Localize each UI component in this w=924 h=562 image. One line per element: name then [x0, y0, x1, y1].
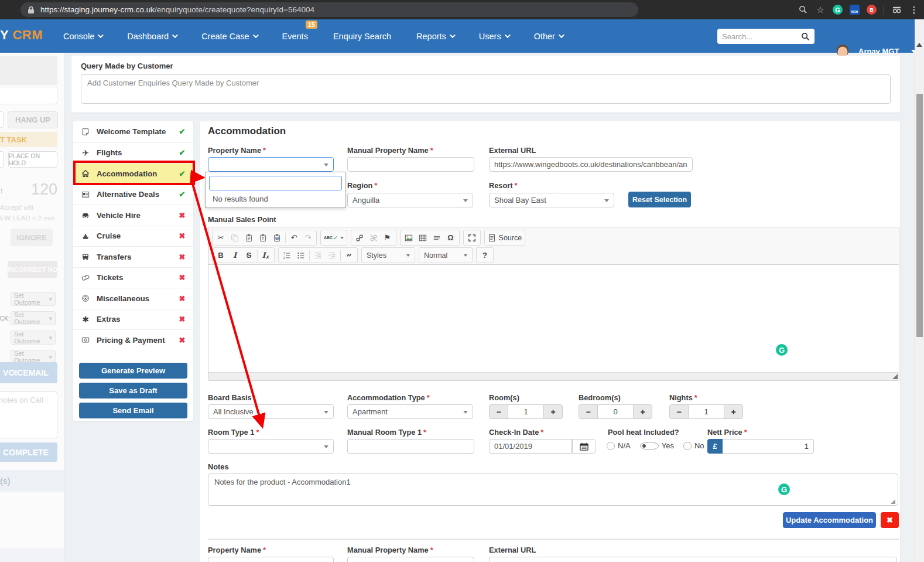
voicemail-button[interactable]: VOICEMAIL [0, 362, 57, 383]
maximize-icon[interactable] [465, 231, 479, 244]
ol-icon[interactable]: 12 [280, 248, 294, 262]
complete-button[interactable]: COMPLETE [0, 442, 57, 462]
outdent-icon[interactable] [311, 248, 325, 262]
unlink-icon[interactable] [367, 231, 381, 244]
global-search-input[interactable] [722, 32, 801, 41]
nav-item-enquiry-search[interactable]: Enquiry Search [333, 32, 391, 41]
place-on-hold-button[interactable]: PLACE ON HOLD [8, 151, 57, 168]
manual-room-type-input[interactable] [347, 439, 474, 454]
red-extension-icon[interactable]: B [867, 5, 877, 15]
incorrect-number-button[interactable]: INCORRECT NO [8, 261, 57, 278]
paste-word-icon[interactable]: W [270, 231, 284, 244]
app-logo[interactable]: Y CRM [0, 28, 43, 43]
set-outcome-select[interactable]: Set Outcome▾ [11, 331, 56, 345]
source-button[interactable]: Source [486, 231, 524, 244]
new-extension-icon[interactable]: NEW [850, 5, 860, 15]
minus-icon[interactable]: − [669, 404, 689, 419]
quote-icon[interactable]: ” [342, 248, 356, 262]
styles-select[interactable]: Styles [361, 247, 415, 263]
nav-item-console[interactable]: Console [63, 32, 102, 41]
manual-property-name-input[interactable] [347, 557, 474, 562]
nav-item-dashboard[interactable]: Dashboard [127, 32, 176, 41]
external-url-input[interactable] [489, 557, 897, 562]
zoom-icon[interactable] [798, 5, 808, 15]
undo-icon[interactable]: ↶ [287, 231, 301, 244]
page-scrollbar[interactable] [915, 19, 924, 562]
search-icon[interactable] [801, 32, 810, 41]
section-item-pricing-payment[interactable]: Pricing & Payment✖ [73, 329, 193, 350]
call-panel-field[interactable] [0, 87, 57, 104]
board-basis-select[interactable]: All Inclusive [208, 404, 334, 419]
textarea-resize-handle[interactable] [891, 499, 895, 504]
update-accommodation-button[interactable]: Update Accommodation [783, 512, 876, 528]
room-type-select[interactable] [208, 439, 334, 454]
radio-icon[interactable] [607, 442, 615, 450]
section-item-transfers[interactable]: Transfers✖ [73, 246, 193, 267]
calendar-icon[interactable] [572, 439, 596, 454]
region-select[interactable]: Anguilla [347, 193, 473, 207]
minus-icon[interactable]: − [489, 404, 508, 419]
nett-price-input[interactable] [723, 439, 814, 454]
ul-icon[interactable] [294, 248, 308, 262]
redo-icon[interactable]: ↷ [301, 231, 315, 244]
editor-content[interactable] [208, 265, 899, 373]
bold-icon[interactable]: B [214, 248, 228, 262]
section-item-miscellaneous[interactable]: Miscellaneous✖ [73, 288, 193, 309]
reset-selection-button[interactable]: Reset Selection [628, 192, 691, 207]
save-as-draft-button[interactable]: Save as Draft [79, 383, 187, 398]
query-textarea[interactable] [81, 74, 891, 104]
nav-item-events[interactable]: Events15 [282, 32, 308, 41]
scrollbar-thumb[interactable] [916, 94, 923, 337]
minus-icon[interactable]: − [579, 404, 598, 419]
call-notes-textarea[interactable] [0, 391, 57, 438]
plus-icon[interactable]: + [724, 404, 743, 419]
browser-menu-icon[interactable]: ⋮ [909, 5, 919, 15]
accommodation-type-select[interactable]: Apartment [347, 404, 473, 419]
external-url-input[interactable] [489, 157, 693, 172]
remove-section-button[interactable]: ✖ [881, 512, 899, 528]
plus-icon[interactable]: + [543, 404, 563, 419]
help-button[interactable]: ? [478, 248, 492, 262]
property-search-input[interactable] [209, 176, 342, 190]
bedrooms-value[interactable]: 0 [598, 404, 633, 419]
set-outcome-select[interactable]: Set Outcome▾ [11, 292, 56, 306]
resort-select[interactable]: Shoal Bay East [489, 193, 614, 207]
omega-icon[interactable]: Ω [444, 231, 458, 244]
image-icon[interactable] [402, 231, 416, 244]
property-name-select[interactable] [208, 557, 334, 562]
bookmark-star-icon[interactable]: ☆ [815, 5, 826, 15]
notes-textarea[interactable]: Notes for the product - Accommodation1 [208, 474, 898, 506]
ignore-button[interactable]: IGNORE [11, 229, 53, 246]
paste-icon[interactable] [242, 231, 256, 244]
link-icon[interactable] [353, 231, 367, 244]
spellcheck-icon[interactable]: ABC✓ [322, 231, 345, 244]
send-email-button[interactable]: Send Email [79, 403, 187, 418]
generate-preview-button[interactable]: Generate Preview [79, 363, 187, 379]
grammarly-icon[interactable]: G [778, 483, 790, 495]
indent-icon[interactable] [325, 248, 339, 262]
check-in-date-input[interactable] [489, 439, 572, 454]
paste-text-icon[interactable]: T [256, 231, 270, 244]
address-bar[interactable]: https://staging.journey-crm.co.uk/enquir… [20, 2, 638, 17]
manual-property-name-input[interactable] [347, 157, 474, 172]
copy-icon[interactable] [228, 231, 242, 244]
hline-icon[interactable] [430, 231, 444, 244]
section-item-alternative-deals[interactable]: Alternative Deals✔ [73, 184, 193, 205]
section-item-flights[interactable]: ✈Flights✔ [73, 142, 193, 164]
format-select[interactable]: Normal [419, 247, 473, 263]
section-item-accommodation[interactable]: Accommodation✔ [73, 163, 193, 184]
grammarly-extension-icon[interactable]: G [833, 5, 843, 15]
table-icon[interactable] [416, 231, 430, 244]
section-item-vehicle-hire[interactable]: Vehicle Hire✖ [73, 205, 193, 226]
editor-resize-handle[interactable] [892, 374, 898, 379]
set-outcome-select[interactable]: Set Outcome▾ [11, 311, 56, 325]
grammarly-icon[interactable]: G [776, 344, 788, 356]
cut-icon[interactable]: ✂ [214, 231, 228, 244]
nav-item-users[interactable]: Users [479, 32, 509, 41]
radio-icon[interactable] [640, 442, 659, 450]
strike-icon[interactable]: S [242, 248, 256, 262]
anchor-icon[interactable]: ⚑ [381, 231, 395, 244]
accept-button-partial[interactable] [0, 111, 4, 128]
pool-heat-radio-no[interactable]: No [683, 441, 704, 450]
pool-heat-radio-yes[interactable]: Yes [640, 441, 674, 450]
